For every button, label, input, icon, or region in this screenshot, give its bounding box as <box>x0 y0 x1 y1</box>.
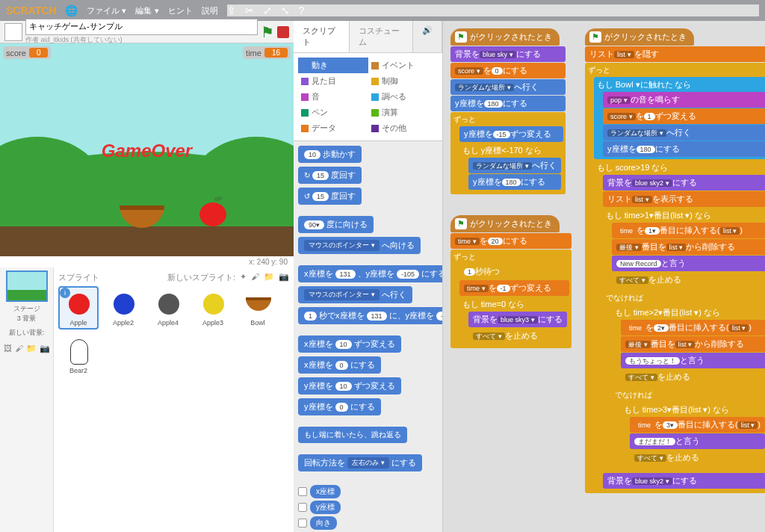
block-palette: 10歩動かす ↻15度回す ↺15度回す 90▾度に向ける マウスのポインター … <box>294 141 442 532</box>
sprite-upload-icon[interactable]: 📁 <box>264 272 274 283</box>
sprite-camera-icon[interactable]: 📷 <box>279 272 289 283</box>
stage-thumbnail[interactable] <box>6 270 48 302</box>
tab-costumes[interactable]: コスチューム <box>350 21 413 52</box>
logo[interactable]: SCRATCH <box>6 4 56 16</box>
grow-icon[interactable]: ⤢ <box>263 4 272 16</box>
category-ペン[interactable]: ペン <box>298 105 368 120</box>
block-turn-ccw[interactable]: ↺15度回す <box>298 188 362 205</box>
block-goto-xy[interactable]: x座標を131、y座標を-105にする <box>298 265 442 282</box>
sprite-item-Apple3[interactable]: Apple3 <box>193 286 233 330</box>
shrink-icon[interactable]: ⤡ <box>281 4 290 16</box>
block-glide[interactable]: 1秒でx座標を131に、y座標を-1 <box>298 307 442 324</box>
help-icon[interactable]: ? <box>299 4 305 16</box>
block-move-steps[interactable]: 10歩動かす <box>298 146 362 163</box>
menu-tips[interactable]: ヒント <box>168 5 193 16</box>
menu-file[interactable]: ファイル ▾ <box>87 5 126 16</box>
block-point-towards[interactable]: マウスのポインター ▾へ向ける <box>298 237 421 254</box>
script-3[interactable]: ⚑がクリックされたとき リストlist ▾を隠す ずっと もし Bowl ▾に触… <box>585 28 765 493</box>
sprite-item-Bear2[interactable]: Bear2 <box>58 334 99 377</box>
sprite-list-title: スプライト <box>58 272 99 283</box>
category-見た目[interactable]: 見た目 <box>298 73 368 89</box>
category-その他[interactable]: その他 <box>368 120 439 136</box>
var-time-display: time16 <box>243 46 291 59</box>
project-title-input[interactable]: キャッチゲーム-サンプル <box>25 19 258 35</box>
script-1[interactable]: ⚑がクリックされたとき 背景をblue sky ▾にする score ▾を0にす… <box>450 28 566 194</box>
top-menu-bar: SCRATCH 🌐 ファイル ▾ 編集 ▾ ヒント 説明 ⇪ ✂ ⤢ ⤡ ? <box>0 0 765 21</box>
stop-button[interactable] <box>277 26 289 38</box>
menu-edit[interactable]: 編集 ▾ <box>135 5 158 16</box>
category-調べる[interactable]: 調べる <box>368 89 439 105</box>
category-データ[interactable]: データ <box>298 120 368 136</box>
block-set-x[interactable]: x座標を0にする <box>298 356 381 374</box>
editor-tabs: スクリプト コスチューム 🔊 <box>294 21 442 53</box>
block-categories: 動きイベント見た目制御音調べるペン演算データその他 <box>294 53 442 141</box>
block-turn-cw[interactable]: ↻15度回す <box>298 167 362 184</box>
menu-about[interactable]: 説明 <box>202 5 218 16</box>
block-rotation-style[interactable]: 回転方法を左右のみ ▾にする <box>298 454 422 471</box>
tab-scripts[interactable]: スクリプト <box>294 21 350 52</box>
globe-icon[interactable]: 🌐 <box>65 4 78 16</box>
backdrop-library-icon[interactable]: 🖼 <box>4 344 12 353</box>
block-set-y[interactable]: y座標を0にする <box>298 398 381 415</box>
script-2[interactable]: ⚑がクリックされたとき time ▾を20にする ずっと 1秒待つ time ▾… <box>450 215 572 348</box>
tab-sounds[interactable]: 🔊 <box>413 21 442 52</box>
category-制御[interactable]: 制御 <box>368 73 439 89</box>
category-音[interactable]: 音 <box>298 89 368 105</box>
stage-panel: ステージ 3 背景 新しい背景: 🖼 🖌 📁 📷 <box>0 267 54 532</box>
sprite-item-Bowl[interactable]: Bowl <box>238 286 278 330</box>
backdrop-camera-icon[interactable]: 📷 <box>40 344 50 353</box>
stage-header: キャッチゲーム-サンプル 作者 aid_itkids (共有していない) ⚑ <box>0 21 294 43</box>
backdrop-upload-icon[interactable]: 📁 <box>26 344 37 353</box>
block-point-direction[interactable]: 90▾度に向ける <box>298 216 374 233</box>
sprite-item-Apple[interactable]: iApple <box>58 286 99 330</box>
fullscreen-icon[interactable] <box>4 23 22 41</box>
sprite-library-icon[interactable]: ✦ <box>240 272 247 283</box>
reporter-y[interactable]: y座標 <box>298 501 438 514</box>
duplicate-icon[interactable]: ⇪ <box>227 4 236 16</box>
stage-coords: x: 240 y: 90 <box>0 256 294 267</box>
var-score-display: score0 <box>3 46 51 59</box>
block-change-y[interactable]: y座標を10ずつ変える <box>298 377 401 395</box>
category-演算[interactable]: 演算 <box>368 105 439 120</box>
green-flag-button[interactable]: ⚑ <box>261 23 274 41</box>
scripts-area[interactable]: ⚑がクリックされたとき 背景をblue sky ▾にする score ▾を0にす… <box>443 21 765 532</box>
sprite-item-Apple4[interactable]: Apple4 <box>148 286 188 330</box>
reporter-direction[interactable]: 向き <box>298 516 438 530</box>
gameover-text: GameOver <box>0 140 294 161</box>
sprite-item-Apple2[interactable]: Apple2 <box>103 286 143 330</box>
block-goto[interactable]: マウスのポインター ▾へ行く <box>298 286 412 303</box>
category-動き[interactable]: 動き <box>298 58 368 73</box>
category-イベント[interactable]: イベント <box>368 58 439 73</box>
backdrop-paint-icon[interactable]: 🖌 <box>15 344 23 353</box>
reporter-x[interactable]: x座標 <box>298 485 438 498</box>
stage-canvas[interactable]: score0 time16 GameOver <box>0 43 294 256</box>
cut-icon[interactable]: ✂ <box>245 4 254 16</box>
sprite-paint-icon[interactable]: 🖌 <box>251 272 259 283</box>
block-change-x[interactable]: x座標を10ずつ変える <box>298 335 401 353</box>
block-bounce[interactable]: もし端に着いたら、跳ね返る <box>298 427 407 443</box>
